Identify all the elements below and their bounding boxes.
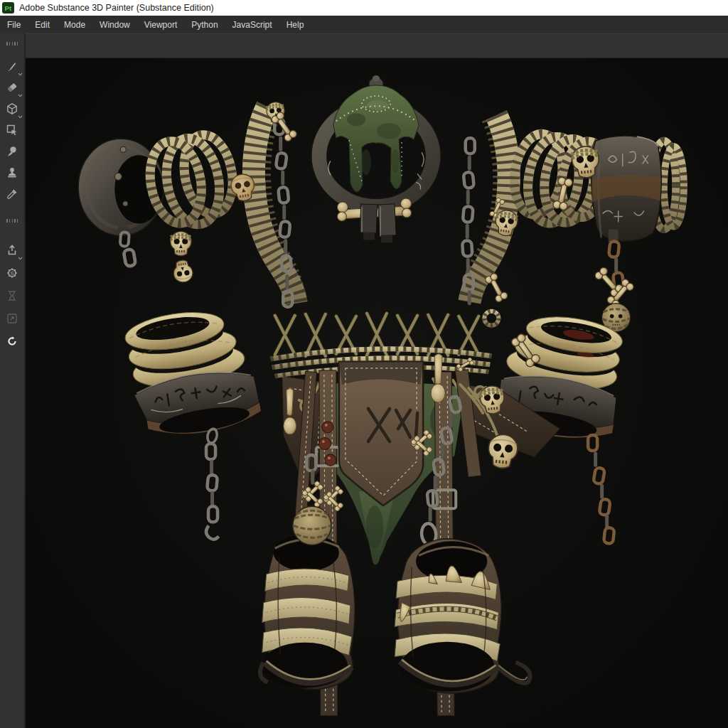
smudge-icon xyxy=(6,145,18,158)
flyout-caret-icon xyxy=(18,94,23,97)
eyedropper-icon xyxy=(6,188,18,200)
belt-hanging-chain-right xyxy=(588,435,614,544)
export-button[interactable] xyxy=(1,240,23,261)
armor-left-boot xyxy=(260,534,355,689)
polygon-fill-tool-button[interactable] xyxy=(1,119,23,141)
projection-tool-button[interactable] xyxy=(1,98,23,119)
menu-help[interactable]: Help xyxy=(279,16,311,33)
menu-file[interactable]: File xyxy=(0,16,28,33)
cube-icon xyxy=(6,102,18,115)
pending-tasks-indicator xyxy=(1,285,23,306)
export-icon xyxy=(6,244,18,257)
menu-python[interactable]: Python xyxy=(184,16,225,33)
expand-icon xyxy=(6,312,18,325)
material-picker-tool-button[interactable] xyxy=(1,183,23,205)
menu-javascript[interactable]: JavaScript xyxy=(225,16,279,33)
armor-model-render: .rp { fill:none; stroke:url(#gRopeS); } … xyxy=(26,58,728,728)
flyout-caret-icon xyxy=(18,115,23,119)
toolbar-grip-handle[interactable] xyxy=(6,219,18,223)
hourglass-icon xyxy=(6,289,18,302)
eraser-tool-button[interactable] xyxy=(1,77,23,98)
flyout-caret-icon xyxy=(18,73,23,76)
armor-left-rope-bracelet xyxy=(144,131,240,283)
paint-tool-button[interactable] xyxy=(1,55,23,77)
armor-neck-collar xyxy=(311,75,441,242)
paint-brush-icon xyxy=(6,60,18,73)
window-title: Adobe Substance 3D Painter (Substance Ed… xyxy=(19,3,214,13)
app-window: Pt Adobe Substance 3D Painter (Substance… xyxy=(0,0,728,728)
svg-text:S: S xyxy=(10,270,14,277)
expand-view-button xyxy=(1,308,23,329)
tool-sidebar: S xyxy=(0,33,26,728)
app-icon: Pt xyxy=(2,2,14,14)
clone-tool-button[interactable] xyxy=(1,162,23,183)
armor-right-shackle-cuff xyxy=(571,136,684,332)
smudge-tool-button[interactable] xyxy=(1,141,23,162)
hanging-chain-left xyxy=(206,444,219,540)
clone-stamp-icon xyxy=(6,166,18,179)
armor-left-rope-ring xyxy=(230,101,301,306)
menubar: File Edit Mode Window Viewport Python Ja… xyxy=(0,16,728,33)
3d-viewport: .rp { fill:none; stroke:url(#gRopeS); } … xyxy=(26,33,728,728)
viewport-toolbar xyxy=(26,33,728,58)
toolbar-grip-handle[interactable] xyxy=(6,42,18,46)
menu-edit[interactable]: Edit xyxy=(28,16,57,33)
armor-left-bracer xyxy=(122,303,262,444)
polygon-fill-icon xyxy=(6,124,18,136)
menu-window[interactable]: Window xyxy=(92,16,137,33)
refresh-icon xyxy=(6,335,18,348)
menu-mode[interactable]: Mode xyxy=(57,16,92,33)
viewport-canvas[interactable]: .rp { fill:none; stroke:url(#gRopeS); } … xyxy=(26,58,728,728)
armor-right-boot xyxy=(395,539,530,693)
menu-viewport[interactable]: Viewport xyxy=(137,16,184,33)
gear-icon: S xyxy=(6,267,18,279)
eraser-icon xyxy=(6,81,18,94)
armor-right-rope-ring xyxy=(462,115,519,326)
window-titlebar[interactable]: Pt Adobe Substance 3D Painter (Substance… xyxy=(0,0,728,16)
flyout-caret-icon xyxy=(18,257,23,260)
resources-updater-button[interactable] xyxy=(1,331,23,352)
substance-settings-button[interactable]: S xyxy=(1,262,23,284)
